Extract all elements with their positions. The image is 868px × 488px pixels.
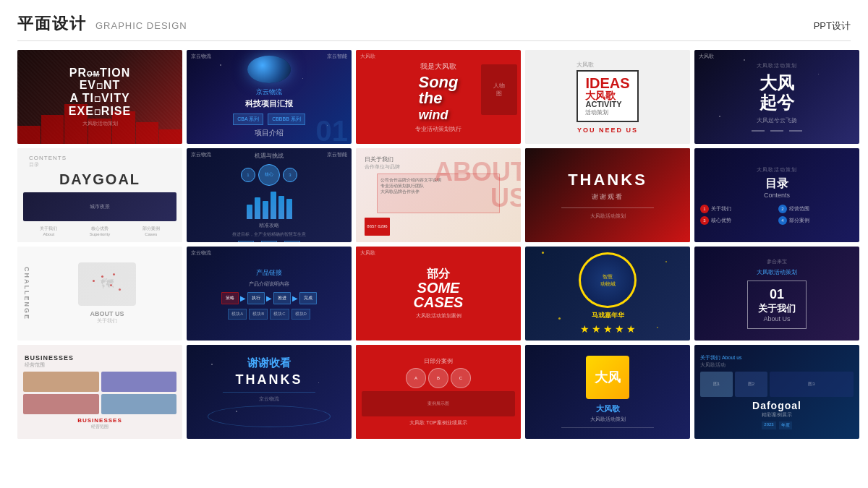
- card-some-cases[interactable]: 大风歌 部分 SOME CASES 大风歌活动策划案例: [356, 247, 521, 341]
- page-title-en: GRAPHIC DESIGN: [95, 20, 187, 31]
- card-ideas[interactable]: 大风歌 IDEAS 大风歌 ACTIVITY 活动策划 YOU NEED US: [525, 50, 690, 144]
- header: 平面设计 GRAPHIC DESIGN PPT设计: [17, 13, 851, 35]
- card-thanks-red[interactable]: THANKS 谢谢观看 大风歌活动策划: [525, 148, 690, 242]
- card-song-wind[interactable]: 大风歌 我是大风歌 Songthewind 专业活动策划执行 人物图: [356, 50, 521, 144]
- card-dafeng-logo[interactable]: 大风 大风歌 大风歌活动策划: [525, 345, 690, 439]
- card-challenge[interactable]: CHALLENGE 🗺 ABOUT US 关于我们: [17, 247, 182, 341]
- card-partial-cases[interactable]: 日部分案例 A B C 案例展示图 大风歌 TOP案例业绩展示: [356, 345, 521, 439]
- card-dafogoal-blue[interactable]: 关于我们 About us 大凤歌活动 图1 图2 图3 Dafogoal 精彩…: [694, 345, 859, 439]
- card-brand-label: 京云物流: [191, 53, 211, 60]
- card-tech2[interactable]: 京云物流 京云智能 对标行业头部门 机遇与挑战 1 核心 3 精准攻略: [187, 148, 352, 242]
- brand-top: 大风歌: [360, 53, 375, 60]
- card-festival[interactable]: 智慧动物城 马戏嘉年华 ★ ★ ★ ★ ★: [525, 247, 690, 341]
- card-brand-tr: 京云智能: [327, 53, 347, 60]
- page-container: 平面设计 GRAPHIC DESIGN PPT设计 PROMT: [0, 0, 868, 488]
- card-businesses[interactable]: BUSINESSES 经营范围 BUSINESSES 经营范围: [17, 345, 182, 439]
- page-subtitle: PPT设计: [814, 20, 851, 33]
- card-grid: PROMTION EV☐NT A TI☐VITY EXE☐RISE 大风歌活动策…: [17, 50, 851, 439]
- card-tech-project[interactable]: 京云物流 京云智能 京云物流 科技项目汇报 CBA 系列 CBBBB 系列 01…: [187, 50, 352, 144]
- challenge-label: CHALLENGE: [23, 267, 30, 320]
- card-about-paper[interactable]: 日关于我们 合作单位与品牌 ABOUTUS 公司合作品牌介绍内容文字说明专业活动…: [356, 148, 521, 242]
- card-tech3[interactable]: 京云物流 产品链接 产品介绍说明内容 策略 ▶ 执行 ▶ 推进 ▶ 完成 模块A…: [187, 247, 352, 341]
- card-dafeng-qi[interactable]: 大风歌 大凤歌活动策划 大风起兮 大风起兮云飞扬: [694, 50, 859, 144]
- page-title-cn: 平面设计: [17, 13, 87, 35]
- header-left: 平面设计 GRAPHIC DESIGN: [17, 13, 187, 35]
- card-daygoal[interactable]: CONTENTS 目录 DAYGOAL 城市夜景 关于我们About 核心优势S…: [17, 148, 182, 242]
- card-guanyu[interactable]: 参合来宝 大凤歌活动策划 01 关于我们 About Us: [694, 247, 859, 341]
- header-divider: [17, 40, 851, 41]
- card-mulu[interactable]: 大凤歌活动策划 目录 Contents 1 关于我们 2 经营范围 3 核心优势: [694, 148, 859, 242]
- card-promo[interactable]: PROMTION EV☐NT A TI☐VITY EXE☐RISE 大风歌活动策…: [17, 50, 182, 144]
- card-xiexie[interactable]: 谢谢收看 THANKS 京云物流: [187, 345, 352, 439]
